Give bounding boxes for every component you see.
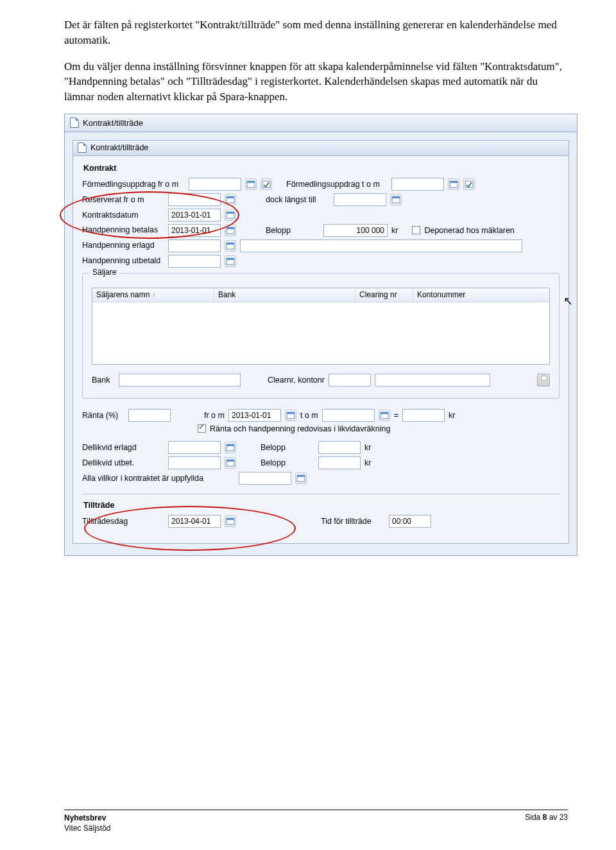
date-picker-icon[interactable]	[245, 178, 257, 190]
svg-rect-23	[227, 444, 234, 446]
input-tilltradesdag[interactable]	[168, 515, 221, 528]
date-picker-icon[interactable]	[225, 209, 236, 221]
label-formedl-to: Förmedlingsuppdrag t o m	[286, 180, 388, 189]
clear-icon[interactable]	[261, 178, 272, 190]
svg-rect-11	[227, 212, 234, 214]
window-title: Kontrakt/tillträde	[83, 118, 143, 128]
input-belopp[interactable]	[323, 224, 388, 237]
document-icon	[70, 117, 79, 128]
svg-rect-19	[287, 412, 295, 414]
label-formedl-from: Förmedlingsuppdrag fr o m	[82, 180, 185, 189]
svg-rect-13	[227, 227, 234, 229]
label-kr: kr	[364, 443, 371, 452]
legend-saljare: Säljare	[89, 268, 119, 277]
label-clearnr-kontonr: Clearnr, kontonr	[268, 376, 325, 385]
label-dellikvid-utbet: Dellikvid utbet.	[82, 458, 164, 467]
section-kontrakt: Kontrakt	[82, 161, 560, 175]
input-dock[interactable]	[334, 193, 386, 206]
col-saljarens-namn[interactable]: Säljarens namn	[96, 290, 150, 299]
label-tom-short: t o m	[300, 411, 318, 420]
fieldset-saljare: Säljare Säljarens namn↑ Bank Clearing nr…	[82, 273, 560, 399]
col-bank[interactable]: Bank	[214, 288, 355, 302]
svg-rect-7	[227, 196, 234, 198]
svg-rect-15	[227, 243, 234, 245]
input-clearnr[interactable]	[329, 374, 371, 386]
svg-rect-1	[247, 181, 255, 183]
input-ranta-tom[interactable]	[322, 409, 375, 422]
date-picker-icon[interactable]	[225, 225, 236, 236]
section-tilltrade: Tillträde	[82, 498, 114, 512]
input-handp-erlagd-note[interactable]	[240, 239, 522, 252]
input-handp-utbetald[interactable]	[168, 255, 221, 268]
footer-page-prefix: Sida	[525, 813, 542, 822]
svg-rect-29	[227, 518, 234, 520]
input-ranta-pct[interactable]	[128, 409, 171, 422]
clear-icon[interactable]	[463, 178, 475, 190]
input-dellikvid-utbet[interactable]	[168, 456, 221, 469]
app-window: Kontrakt/tillträde Kontrakt/tillträde Ko…	[64, 114, 578, 556]
intro-para-1: Det är fälten på registerkortet "Kontrak…	[64, 17, 568, 48]
svg-rect-17	[227, 258, 234, 260]
svg-rect-25	[227, 460, 234, 462]
mouse-cursor-icon: ↖	[563, 294, 573, 308]
label-kr: kr	[449, 411, 455, 420]
label-deponerad: Deponerad hos mäklaren	[424, 226, 514, 235]
date-picker-icon[interactable]	[225, 516, 236, 527]
title-bar: Kontrakt/tillträde	[65, 114, 577, 132]
footer-line1: Nyhetsbrev	[64, 813, 106, 822]
sort-asc-icon: ↑	[152, 291, 155, 299]
input-dellikvid-utbet-belopp[interactable]	[318, 456, 361, 469]
label-ranta: Ränta (%)	[82, 411, 124, 420]
label-belopp: Belopp	[261, 458, 314, 467]
checkbox-ranta-note[interactable]	[198, 424, 206, 433]
label-alla-villkor: Alla villkor i kontraktet är uppfyllda	[82, 474, 235, 483]
input-dellikvid-erlagd[interactable]	[168, 441, 221, 454]
label-kr: kr	[391, 226, 398, 235]
label-ranta-note: Ränta och handpenning redovisas i likvid…	[210, 424, 390, 433]
input-handp-betalas[interactable]	[168, 224, 221, 237]
input-formedl-to[interactable]	[391, 178, 444, 191]
label-tid-for-tilltrade: Tid för tillträde	[321, 517, 385, 526]
label-equals: =	[394, 411, 398, 420]
input-reserverat[interactable]	[168, 193, 221, 206]
label-from-short: fr o m	[204, 411, 225, 420]
intro-para-2: Om du väljer denna inställning försvinne…	[64, 59, 568, 105]
label-tilltradesdag: Tillträdesdag	[82, 517, 164, 526]
label-kontraktsdatum: Kontraktsdatum	[82, 211, 164, 220]
save-icon[interactable]	[537, 374, 550, 386]
svg-rect-4	[450, 181, 458, 183]
input-bank[interactable]	[119, 374, 241, 386]
date-picker-icon[interactable]	[225, 442, 236, 453]
date-picker-icon[interactable]	[285, 410, 296, 421]
label-handp-utbetald: Handpenning utbetald	[82, 257, 164, 266]
sub-title-bar: Kontrakt/tillträde	[73, 141, 569, 156]
date-picker-icon[interactable]	[225, 256, 236, 267]
input-formedl-from[interactable]	[189, 178, 241, 191]
checkbox-deponerad[interactable]	[412, 226, 420, 234]
date-picker-icon[interactable]	[225, 457, 236, 469]
input-tid-for-tilltrade[interactable]	[389, 515, 431, 528]
label-bank: Bank	[92, 376, 115, 385]
input-kontonr[interactable]	[375, 374, 490, 386]
date-picker-icon[interactable]	[379, 410, 390, 421]
input-handp-erlagd-date[interactable]	[168, 239, 221, 252]
col-kontonummer[interactable]: Kontonummer	[413, 288, 549, 302]
footer-line2: Vitec Säljstöd	[64, 824, 111, 833]
label-dellikvid-erlagd: Dellikvid erlagd	[82, 443, 164, 452]
svg-rect-9	[392, 196, 400, 198]
date-picker-icon[interactable]	[448, 178, 459, 190]
date-picker-icon[interactable]	[225, 240, 236, 252]
label-dock: dock längst till	[266, 195, 330, 204]
input-alla-villkor[interactable]	[239, 472, 291, 485]
input-kontraktsdatum[interactable]	[168, 209, 221, 221]
label-belopp: Belopp	[261, 443, 314, 452]
input-dellikvid-erlagd-belopp[interactable]	[318, 441, 361, 454]
date-picker-icon[interactable]	[295, 473, 307, 484]
label-handp-erlagd: Handpenning erlagd	[82, 241, 164, 250]
input-ranta-from[interactable]	[228, 409, 281, 422]
date-picker-icon[interactable]	[390, 194, 402, 205]
input-ranta-result[interactable]	[402, 409, 445, 422]
col-clearing[interactable]: Clearing nr	[355, 288, 413, 302]
grid-saljare[interactable]: Säljarens namn↑ Bank Clearing nr Kontonu…	[92, 288, 550, 365]
date-picker-icon[interactable]	[225, 194, 236, 205]
